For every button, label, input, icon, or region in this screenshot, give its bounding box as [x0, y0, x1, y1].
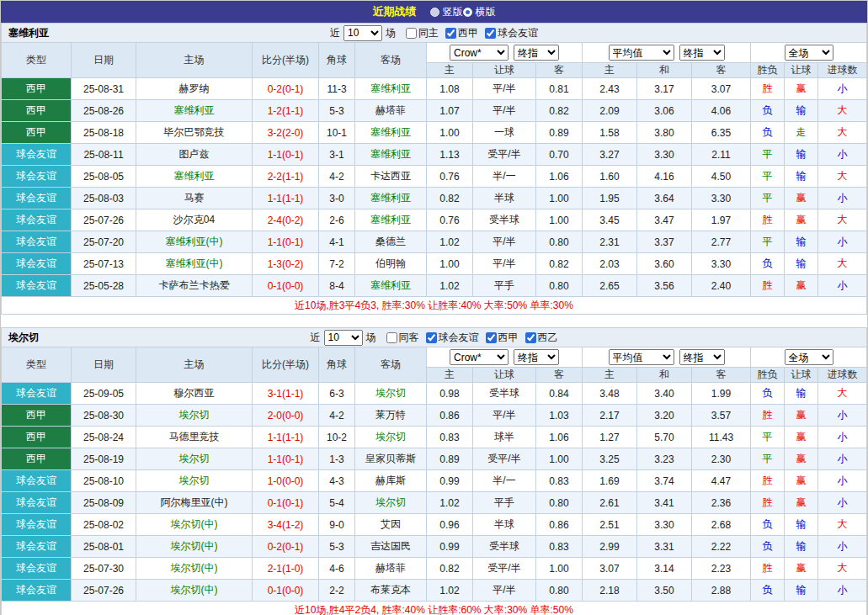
filter-checkbox[interactable]: 西甲: [486, 331, 519, 345]
away-team-cell[interactable]: 埃尔切: [355, 383, 427, 405]
avg-draw-cell: 3.40: [637, 383, 692, 405]
away-team-cell[interactable]: 赫库斯: [355, 470, 427, 492]
away-team-cell[interactable]: 塞维利亚: [355, 144, 427, 166]
view-option[interactable]: 横版: [463, 4, 496, 20]
odds-source-select[interactable]: Crow*: [450, 45, 509, 61]
home-team-cell[interactable]: 埃尔切(中): [136, 536, 253, 558]
col-header-score-half: 比分(半场): [253, 43, 319, 78]
away-team-cell[interactable]: 布莱克本: [355, 580, 427, 602]
home-team-cell[interactable]: 埃尔切: [136, 405, 253, 427]
filter-checkbox-input[interactable]: [486, 332, 497, 343]
away-team-cell[interactable]: 埃尔切: [355, 427, 427, 448]
odds-away-cell: 0.80: [536, 492, 583, 514]
home-team-cell[interactable]: 埃尔切(中): [136, 580, 253, 602]
avg-home-cell: 2.43: [583, 78, 637, 100]
odds-away-cell: 1.06: [536, 166, 583, 188]
filter-checkbox-input[interactable]: [485, 28, 496, 39]
home-team-cell[interactable]: 毕尔巴鄂竞技: [136, 122, 253, 144]
away-team-cell[interactable]: 吉达国民: [355, 536, 427, 558]
corners-cell: 3-1: [319, 144, 355, 166]
home-team-cell[interactable]: 埃尔切(中): [136, 514, 253, 536]
avg-away-cell: 2.30: [692, 448, 751, 470]
match-row: 西甲 25-08-30 埃尔切 2-0(0-0) 4-2 莱万特 0.86 平/…: [2, 405, 867, 427]
goals-cell: 小: [818, 580, 867, 602]
odds-home-cell: 0.99: [427, 536, 473, 558]
away-team-cell[interactable]: 塞维利亚: [355, 275, 427, 297]
away-team-cell[interactable]: 塞维利亚: [355, 78, 427, 100]
filter-checkbox[interactable]: 西乙: [525, 331, 558, 345]
avg-time-select[interactable]: 终指: [679, 349, 725, 365]
away-team-cell[interactable]: 莱万特: [355, 405, 427, 427]
away-team-cell[interactable]: 桑德兰: [355, 231, 427, 253]
corners-cell: 4-2: [319, 405, 355, 427]
home-team-cell[interactable]: 图卢兹: [136, 144, 253, 166]
summary-text: 近10场,胜3平4负3, 胜率:30% 让胜率:40% 大率:50% 单率:30…: [2, 297, 867, 315]
avg-home-cell: 1.95: [583, 188, 637, 209]
result-cell: 负: [751, 253, 785, 275]
date-cell: 25-08-01: [72, 536, 136, 558]
filter-checkbox[interactable]: 同客: [386, 331, 419, 345]
home-team-cell[interactable]: 赫罗纳: [136, 78, 253, 100]
home-team-cell[interactable]: 马德里竞技: [136, 427, 253, 448]
home-team-cell[interactable]: 沙尔克04: [136, 209, 253, 231]
col-header-avg-away: 客: [692, 368, 751, 383]
home-team-cell[interactable]: 塞维利亚(中): [136, 253, 253, 275]
away-team-cell[interactable]: 艾因: [355, 514, 427, 536]
handicap-cell: 球半: [473, 427, 536, 448]
filter-checkbox[interactable]: 西甲: [445, 26, 478, 40]
away-team-cell[interactable]: 塞维利亚: [355, 209, 427, 231]
avg-time-select[interactable]: 终指: [679, 45, 725, 61]
odds-time-select[interactable]: 终指: [514, 45, 559, 61]
home-team-cell[interactable]: 穆尔西亚: [136, 383, 253, 405]
home-team-cell[interactable]: 马赛: [136, 188, 253, 209]
scope-select[interactable]: 全场: [785, 45, 833, 61]
avg-source-select[interactable]: 平均值: [609, 349, 674, 365]
home-team-cell[interactable]: 埃尔切(中): [136, 558, 253, 580]
filter-checkbox[interactable]: 同主: [406, 26, 439, 40]
filter-checkbox-input[interactable]: [426, 332, 437, 343]
avg-draw-cell: 3.23: [637, 448, 692, 470]
filter-checkbox-input[interactable]: [386, 332, 397, 343]
odds-home-cell: 1.02: [427, 580, 473, 602]
home-team-cell[interactable]: 埃尔切: [136, 448, 253, 470]
home-team-cell[interactable]: 埃尔切: [136, 470, 253, 492]
odds-away-cell: 1.00: [536, 448, 583, 470]
handicap-cell: 受平/半: [473, 448, 536, 470]
page-title: 近期战绩: [373, 4, 417, 19]
filter-checkbox-input[interactable]: [445, 28, 456, 39]
filter-checkbox-input[interactable]: [525, 332, 536, 343]
avg-home-cell: 2.61: [583, 492, 637, 514]
away-team-cell[interactable]: 埃尔切: [355, 492, 427, 514]
col-header-odds-away: 客: [536, 368, 583, 383]
home-team-cell[interactable]: 塞维利亚: [136, 166, 253, 188]
odds-time-select[interactable]: 终指: [514, 349, 559, 365]
away-team-cell[interactable]: 伯明翰: [355, 253, 427, 275]
away-team-cell[interactable]: 塞维利亚: [355, 122, 427, 144]
home-team-cell[interactable]: 塞维利亚(中): [136, 231, 253, 253]
home-team-cell[interactable]: 阿尔梅里亚(中): [136, 492, 253, 514]
avg-source-select[interactable]: 平均值: [609, 45, 674, 61]
scope-select[interactable]: 全场: [785, 349, 833, 365]
away-team-cell[interactable]: 塞维利亚: [355, 188, 427, 209]
odds-away-cell: 1.03: [536, 405, 583, 427]
match-count-select[interactable]: 10: [343, 25, 382, 41]
filter-checkbox[interactable]: 球会友谊: [426, 331, 479, 345]
handicap-cell: 平/半: [473, 253, 536, 275]
filter-checkbox-input[interactable]: [406, 28, 417, 39]
away-team-cell[interactable]: 赫塔菲: [355, 558, 427, 580]
competition-cell: 球会友谊: [2, 188, 72, 209]
home-team-cell[interactable]: 卡萨布兰卡热爱: [136, 275, 253, 297]
handicap-result-cell: 输: [785, 144, 818, 166]
match-count-select[interactable]: 10: [324, 330, 363, 346]
result-cell: 平: [751, 448, 785, 470]
competition-cell: 球会友谊: [2, 383, 72, 405]
odds-source-select[interactable]: Crow*: [450, 349, 509, 365]
away-team-cell[interactable]: 皇家贝蒂斯: [355, 448, 427, 470]
matches-table: 类型 日期 主场 比分(半场) 角球 客场 Crow* 终指 平均值: [1, 42, 867, 315]
view-option[interactable]: 竖版: [430, 5, 463, 19]
away-team-cell[interactable]: 卡达西亚: [355, 166, 427, 188]
away-team-cell[interactable]: 赫塔菲: [355, 100, 427, 122]
filter-checkbox[interactable]: 球会友谊: [485, 26, 538, 40]
avg-away-cell: 2.88: [692, 580, 751, 602]
home-team-cell[interactable]: 塞维利亚: [136, 100, 253, 122]
